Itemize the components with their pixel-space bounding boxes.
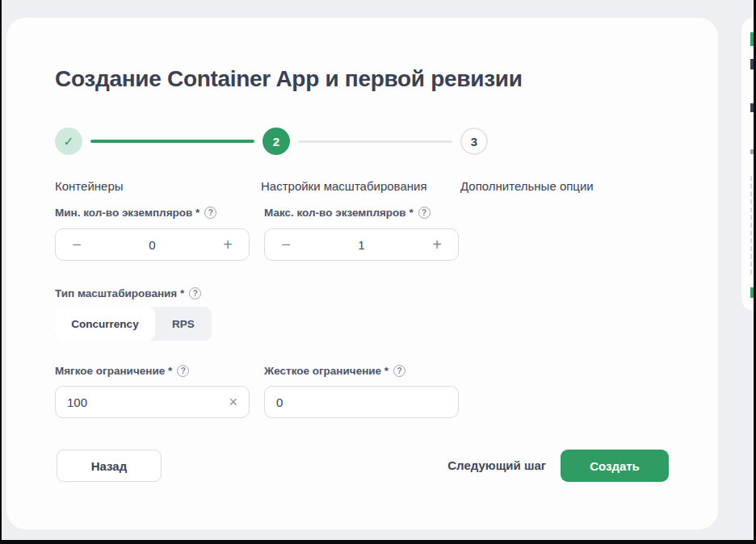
step-scaling-indicator[interactable]: 2 [262,128,290,155]
minus-button[interactable]: − [276,236,296,253]
segment-concurrency[interactable]: Concurrency [55,307,155,341]
step-scaling-label: Настройки масштабирования [261,179,427,193]
step-containers-indicator[interactable]: ✓ [55,128,82,155]
help-icon[interactable]: ? [177,365,189,377]
partial-card-fragment-dark [750,103,754,112]
stepper-connector-done [90,140,254,143]
stepper-connector-todo [298,140,452,143]
partial-card-fragment-green [750,32,754,46]
hard-limit-input[interactable]: 0 [264,386,459,418]
step-extra-options-label: Дополнительные опции [460,179,594,193]
step-number: 2 [273,135,279,149]
plus-button[interactable]: + [218,236,237,253]
partial-card-dashed-line [750,176,752,274]
min-instances-label: Мин. кол-во экземпляров * ? [55,207,216,219]
partial-card-fragment-dark [750,59,754,69]
help-icon[interactable]: ? [393,365,405,377]
help-icon[interactable]: ? [204,207,216,219]
wizard-card: Создание Container App и первой ревизии … [6,18,718,529]
soft-limit-value[interactable]: 100 [67,395,229,409]
scaling-type-label-text: Тип масштабирования * [55,287,184,299]
help-icon[interactable]: ? [418,207,430,219]
max-instances-label: Макс. кол-во экземпляров * ? [264,207,430,219]
create-button[interactable]: Создать [561,450,669,482]
hard-limit-label: Жесткое ограничение * ? [264,365,405,377]
plus-button[interactable]: + [427,236,447,253]
soft-limit-input[interactable]: 100 × [55,386,250,418]
max-instances-stepper: − 1 + [264,228,459,261]
screen: Создание Container App и первой ревизии … [0,0,756,544]
hard-limit-label-text: Жесткое ограничение * [264,365,388,377]
scaling-type-segmented-control: Concurrency RPS [55,307,212,341]
clear-icon[interactable]: × [229,395,237,409]
minus-button[interactable]: − [67,236,86,253]
next-step-button[interactable]: Следующий шаг [447,450,546,482]
soft-limit-label: Мягкое ограничение * ? [55,365,189,377]
step-containers-label: Контейнеры [55,179,124,193]
partial-card-fragment-green [750,287,754,298]
max-instances-value[interactable]: 1 [296,238,427,252]
soft-limit-label-text: Мягкое ограничение * [55,365,172,377]
hard-limit-value[interactable]: 0 [276,395,447,409]
min-instances-stepper: − 0 + [55,228,250,261]
back-button[interactable]: Назад [57,450,162,482]
segment-rps[interactable]: RPS [155,307,212,341]
max-instances-label-text: Макс. кол-во экземпляров * [264,207,414,219]
help-icon[interactable]: ? [189,287,201,299]
min-instances-label-text: Мин. кол-во экземпляров * [55,207,200,219]
partial-side-card [741,18,754,311]
partial-card-fragment-gray [750,149,754,154]
step-extra-options-indicator[interactable]: 3 [460,128,488,155]
check-icon: ✓ [63,134,74,149]
page-title: Создание Container App и первой ревизии [55,66,523,92]
wizard-stepper: ✓ 2 3 Контейнеры Настройки масштабирован… [55,128,669,155]
step-number: 3 [471,135,477,149]
scaling-type-label: Тип масштабирования * ? [55,287,201,299]
min-instances-value[interactable]: 0 [86,238,218,252]
